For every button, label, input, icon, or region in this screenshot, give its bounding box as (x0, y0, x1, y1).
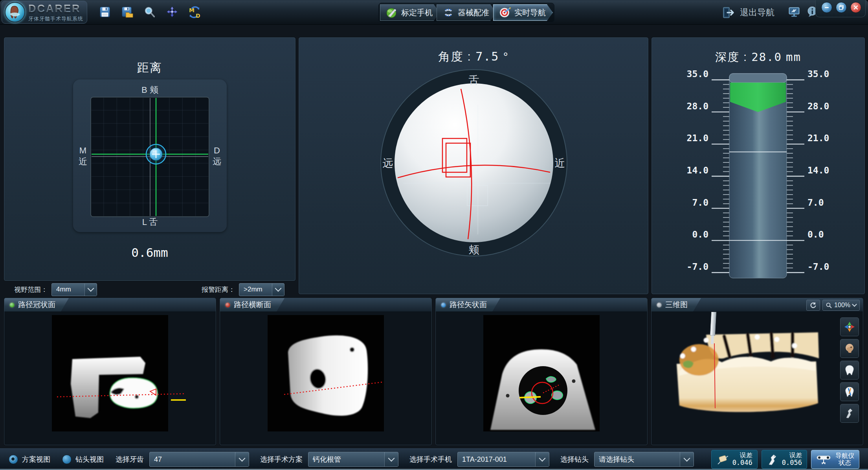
angle-sphere-display[interactable]: 舌 颊 远 近 (299, 65, 648, 293)
angle-panel: 角度 : 7.5 ° 舌 颊 远 近 (299, 37, 648, 294)
three-d-status-dot (657, 302, 662, 308)
target-icon (499, 7, 511, 18)
depth-panel: 深度 : 28.0 mm 35.035.028.028.021.021.014.… (651, 37, 865, 294)
chevron-down-icon (384, 452, 398, 466)
sagittal-view-panel: 路径矢状面 (435, 298, 648, 445)
reset-icon (810, 302, 817, 309)
axial-view-panel: 路径横断面 (220, 298, 432, 445)
display-switch-icon[interactable] (788, 6, 800, 19)
zoom-level-select[interactable]: 100% (822, 300, 860, 311)
three-d-view-panel: 三维图 100% (651, 298, 863, 445)
magnifier-icon (826, 302, 832, 308)
axial-status-dot (225, 302, 230, 308)
svg-text:7.0: 7.0 (692, 197, 708, 208)
view-title: 路径冠状面 (18, 300, 55, 310)
close-button[interactable] (850, 2, 861, 13)
workflow-steps: 标定手机 器械配准 (378, 3, 554, 22)
exit-label: 退出导航 (740, 7, 774, 18)
md-switch-icon[interactable]: M D (188, 5, 201, 19)
step-label: 标定手机 (401, 7, 433, 18)
restore-button[interactable] (836, 2, 847, 13)
coronal-view-header: 路径冠状面 (4, 298, 216, 312)
exit-door-icon (721, 6, 735, 20)
exit-navigation-button[interactable]: 退出导航 (721, 6, 774, 20)
calibrate-icon (386, 7, 398, 18)
title-bar: DCARER 牙体牙髓手术导航系统 (0, 0, 868, 25)
alarm-distance-select[interactable]: >2mm (239, 283, 284, 296)
svg-text:-7.0: -7.0 (687, 262, 708, 272)
chevron-down-icon (84, 284, 97, 296)
main-toolbar: M D (98, 5, 201, 19)
sphere-surface (395, 83, 553, 242)
tooth-select[interactable]: 47 (149, 452, 249, 467)
drill-display-button[interactable] (840, 404, 859, 423)
mesial-label: M近 (79, 145, 87, 167)
brand-name: DCARER (28, 4, 83, 14)
distance-panel: 距离 B 颊 L 舌 M近 D远 (4, 37, 295, 281)
svg-text:35.0: 35.0 (687, 69, 708, 79)
plan-select-label: 选择手术方案 (260, 455, 303, 464)
distance-value: 0.6mm (4, 245, 295, 260)
lingual-label: L 舌 (73, 216, 227, 228)
drill-view-radio[interactable]: 钻头视图 (62, 455, 104, 464)
distance-title: 距离 (4, 60, 295, 76)
step-instrument-registration[interactable]: 器械配准 (437, 4, 496, 21)
svg-text:7.0: 7.0 (807, 197, 824, 208)
reset-view-button[interactable] (806, 300, 820, 311)
axial-view-image[interactable] (220, 312, 431, 445)
view-title: 三维图 (665, 300, 688, 310)
navigator-status-button[interactable]: 导航仪 状态 (811, 450, 859, 469)
buccal-label: B 颊 (73, 84, 227, 96)
chevron-down-icon (680, 452, 694, 466)
svg-text:M: M (189, 7, 195, 13)
tooth-segmentation-button[interactable] (840, 382, 859, 401)
step-realtime-navigation[interactable]: 实时导航 (493, 4, 553, 21)
tooth-view-button[interactable] (840, 361, 859, 380)
drill-select[interactable]: 请选择钻头 (594, 452, 694, 467)
three-d-view-header: 三维图 100% (651, 298, 863, 312)
save-icon[interactable] (98, 5, 112, 19)
magnifier-icon[interactable] (143, 5, 156, 19)
tracker-camera-icon (816, 453, 832, 466)
sagittal-view-image[interactable] (436, 312, 647, 445)
step-calibrate-handpiece[interactable]: 标定手机 (380, 4, 440, 21)
sensor-patch-icon (716, 453, 729, 466)
svg-text:28.0: 28.0 (807, 101, 829, 111)
lingual-label: 舌 (469, 74, 479, 86)
view-title: 路径横断面 (234, 300, 271, 310)
orientation-tool-button[interactable] (840, 317, 859, 336)
save-as-icon[interactable] (121, 5, 134, 19)
svg-text:35.0: 35.0 (807, 69, 829, 79)
depth-indicator-line (519, 397, 541, 398)
handpiece-select[interactable]: 1TA-2017-001 (457, 452, 549, 467)
marker-error-chip: 误差 0.046 (711, 450, 758, 469)
handpiece-error-value: 0.056 (782, 459, 802, 467)
radio-icon (62, 455, 72, 464)
alarm-label: 报警距离： (202, 285, 235, 294)
chevron-down-icon (235, 452, 249, 466)
chevron-down-icon (272, 284, 284, 296)
handpiece-select-label: 选择手术手机 (409, 455, 452, 464)
bottom-control-bar: 方案视图 钻头视图 选择牙齿 47 选择手术方案 钙化根管 选择手术手机 1TA… (0, 448, 868, 470)
pan-move-icon[interactable] (165, 5, 179, 19)
coronal-view-panel: 路径冠状面 (4, 298, 216, 445)
surgical-plan-select[interactable]: 钙化根管 (308, 452, 398, 467)
fov-select[interactable]: 4mm (51, 283, 97, 296)
window-controls (815, 0, 866, 17)
svg-text:14.0: 14.0 (687, 165, 708, 175)
chevron-down-icon (535, 452, 549, 466)
depth-gauge[interactable]: 35.035.028.028.021.021.014.014.07.07.00.… (652, 64, 864, 294)
depth-value: 28.0 (751, 50, 782, 64)
coronal-view-image[interactable] (4, 312, 216, 445)
handpiece-error-chip: 误差 0.056 (762, 450, 807, 469)
distance-grid[interactable] (90, 97, 209, 217)
app-logo: DCARER 牙体牙髓手术导航系统 (2, 1, 87, 24)
marker-error-value: 0.046 (732, 459, 752, 467)
view-title: 路径矢状面 (450, 300, 487, 310)
head-view-button[interactable] (840, 339, 859, 358)
plan-view-radio[interactable]: 方案视图 (9, 455, 50, 464)
svg-text:14.0: 14.0 (807, 165, 829, 175)
minimize-button[interactable] (821, 2, 832, 13)
gauge-cap (729, 74, 787, 83)
three-d-view-image[interactable] (651, 312, 863, 445)
